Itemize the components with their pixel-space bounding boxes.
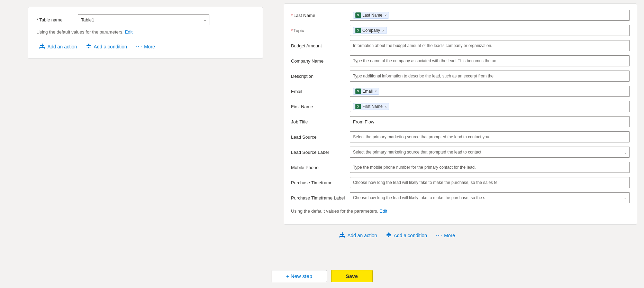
close-tag-topic[interactable]: × — [382, 28, 384, 32]
left-hint-row: Using the default values for the paramet… — [36, 29, 254, 35]
right-action-bar: Add an action Add a condition ··· More — [284, 232, 637, 239]
right-add-action-icon — [339, 232, 345, 239]
svg-marker-12 — [339, 237, 340, 238]
form-row-lead-source: Lead Source Select the primary marketing… — [291, 130, 630, 143]
right-more-dots-icon: ··· — [435, 232, 443, 239]
svg-rect-1 — [42, 44, 43, 48]
field-company-name[interactable]: Type the name of the company associated … — [350, 55, 630, 66]
add-condition-icon — [85, 43, 92, 50]
label-lead-source-label: Lead Source Label — [291, 150, 350, 155]
right-hint-row: Using the default values for the paramet… — [291, 208, 630, 214]
form-row-job-title: Job Title From Flow — [291, 115, 630, 128]
tag-email: X Email × — [353, 88, 379, 95]
right-card: *Last Name X Last Name × *Topic X — [284, 3, 637, 225]
right-edit-link[interactable]: Edit — [380, 208, 387, 214]
table-name-input[interactable]: Table1 ⌄ — [78, 14, 209, 25]
field-description[interactable]: Type additional information to describe … — [350, 71, 630, 82]
field-first-name[interactable]: X First Name × — [350, 101, 630, 112]
label-job-title: Job Title — [291, 119, 350, 124]
field-purchase-timeframe[interactable]: Choose how long the lead will likely tak… — [350, 177, 630, 188]
svg-marker-3 — [39, 48, 40, 49]
close-tag-last-name[interactable]: × — [384, 13, 387, 17]
form-row-description: Description Type additional information … — [291, 69, 630, 83]
svg-rect-11 — [339, 236, 345, 237]
more-dots-icon: ··· — [135, 43, 143, 50]
new-step-button[interactable]: + New step — [272, 270, 327, 282]
label-company-name: Company Name — [291, 58, 350, 64]
svg-marker-17 — [387, 235, 390, 237]
form-row-purchase-timeframe-label: Purchase Timeframe Label Choose how long… — [291, 191, 630, 204]
svg-rect-14 — [387, 234, 391, 235]
label-purchase-timeframe: Purchase Timeframe — [291, 180, 350, 185]
table-name-dropdown-icon: ⌄ — [203, 18, 206, 22]
label-description: Description — [291, 74, 350, 79]
field-budget-amount[interactable]: Information about the budget amount of t… — [350, 40, 630, 51]
page-container: * Table name Table1 ⌄ Using the default … — [0, 0, 644, 288]
table-name-label: * Table name — [36, 17, 78, 22]
tag-first-name: X First Name × — [353, 103, 389, 110]
svg-marker-13 — [344, 237, 345, 238]
field-last-name[interactable]: X Last Name × — [350, 10, 630, 21]
form-row-last-name: *Last Name X Last Name × — [291, 9, 630, 22]
close-tag-first-name[interactable]: × — [385, 104, 387, 109]
right-more-button[interactable]: ··· More — [435, 232, 455, 239]
save-button[interactable]: Save — [331, 270, 373, 282]
lead-source-label-dropdown-icon: ⌄ — [624, 150, 627, 154]
excel-icon-last-name: X — [355, 12, 361, 18]
label-first-name: First Name — [291, 104, 350, 109]
svg-rect-10 — [342, 232, 343, 236]
field-mobile-phone[interactable]: Type the mobile phone number for the pri… — [350, 162, 630, 173]
excel-icon-email: X — [355, 89, 361, 94]
form-row-first-name: First Name X First Name × — [291, 100, 630, 113]
bottom-bar: + New step Save — [0, 264, 644, 288]
label-mobile-phone: Mobile Phone — [291, 165, 350, 170]
right-add-condition-icon — [386, 232, 392, 239]
left-add-action-button[interactable]: Add an action — [39, 43, 77, 50]
label-budget-amount: Budget Amount — [291, 43, 350, 48]
form-row-lead-source-label: Lead Source Label Select the primary mar… — [291, 146, 630, 159]
form-row-email: Email X Email × — [291, 85, 630, 98]
add-action-icon — [39, 43, 45, 50]
field-job-title[interactable]: From Flow — [350, 116, 630, 127]
label-last-name: *Last Name — [291, 13, 350, 18]
label-topic: *Topic — [291, 28, 350, 33]
tag-topic: X Company × — [353, 27, 387, 34]
purchase-timeframe-dropdown-icon: ⌄ — [624, 196, 627, 200]
field-lead-source-label[interactable]: Select the primary marketing source that… — [350, 147, 630, 158]
right-add-action-button[interactable]: Add an action — [339, 232, 377, 239]
form-row-company-name: Company Name Type the name of the compan… — [291, 54, 630, 67]
table-name-row: * Table name Table1 ⌄ — [36, 14, 254, 25]
tag-last-name: X Last Name × — [353, 12, 389, 19]
svg-rect-2 — [39, 47, 45, 48]
label-lead-source: Lead Source — [291, 134, 350, 140]
form-row-mobile-phone: Mobile Phone Type the mobile phone numbe… — [291, 161, 630, 174]
svg-marker-7 — [87, 44, 90, 45]
field-purchase-timeframe-label[interactable]: Choose how long the lead will likely tak… — [350, 192, 630, 203]
field-email[interactable]: X Email × — [350, 86, 630, 97]
form-row-topic: *Topic X Company × — [291, 24, 630, 37]
form-row-budget-amount: Budget Amount Information about the budg… — [291, 39, 630, 52]
svg-marker-4 — [44, 48, 45, 49]
svg-marker-8 — [87, 47, 90, 48]
left-action-bar: Add an action Add a condition ··· — [36, 43, 254, 50]
label-email: Email — [291, 89, 350, 94]
left-edit-link[interactable]: Edit — [125, 29, 133, 35]
field-lead-source[interactable]: Select the primary marketing source that… — [350, 131, 630, 142]
form-row-purchase-timeframe: Purchase Timeframe Choose how long the l… — [291, 176, 630, 189]
label-purchase-timeframe-label: Purchase Timeframe Label — [291, 195, 350, 201]
left-step-card: * Table name Table1 ⌄ Using the default … — [28, 7, 263, 59]
excel-icon-first-name: X — [355, 104, 361, 109]
left-add-condition-button[interactable]: Add a condition — [85, 43, 127, 50]
field-topic[interactable]: X Company × — [350, 25, 630, 36]
svg-marker-16 — [387, 232, 390, 234]
excel-icon-topic: X — [355, 28, 361, 33]
svg-rect-5 — [87, 45, 91, 46]
left-more-button[interactable]: ··· More — [135, 43, 155, 50]
right-panel: *Last Name X Last Name × *Topic X — [284, 0, 644, 288]
close-tag-email[interactable]: × — [375, 89, 377, 93]
left-panel: * Table name Table1 ⌄ Using the default … — [0, 0, 284, 288]
right-add-condition-button[interactable]: Add a condition — [386, 232, 427, 239]
